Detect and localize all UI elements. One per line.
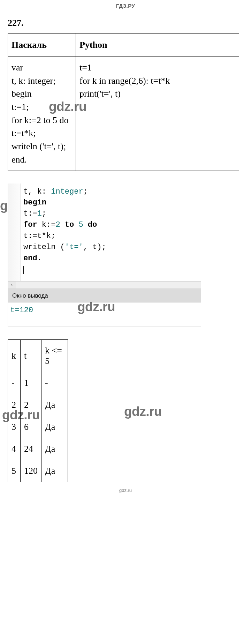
code-line: t:=t*k; bbox=[12, 127, 72, 140]
output-panel-body: t=120 bbox=[8, 302, 201, 327]
code-line: begin bbox=[12, 87, 72, 100]
table-row: 5 120 Да bbox=[8, 460, 68, 482]
table-row: 3 6 Да bbox=[8, 416, 68, 438]
code-line: print('t=', t) bbox=[79, 87, 235, 100]
text-cursor bbox=[23, 266, 24, 274]
horizontal-scrollbar[interactable]: ‹ bbox=[8, 281, 201, 289]
header-pascal: Паскаль bbox=[8, 33, 76, 57]
language-table: Паскаль Python var t, k: integer; begin … bbox=[8, 33, 239, 171]
trace-header-cond: k <= 5 bbox=[41, 340, 68, 372]
code-line: writeln ('t=', t); bbox=[12, 140, 72, 153]
output-panel-title: Окно вывода bbox=[8, 289, 201, 303]
pascal-code-cell: var t, k: integer; begin t:=1; for k:=2 … bbox=[8, 57, 76, 171]
code-line: t:=1; bbox=[12, 100, 72, 114]
content-area: 227. Паскаль Python var t, k: integer; b… bbox=[0, 18, 251, 482]
scroll-left-arrow[interactable]: ‹ bbox=[8, 282, 16, 289]
code-line: for k in range(2,6): t=t*k bbox=[79, 74, 235, 88]
trace-table: k t k <= 5 - 1 - 2 2 Да 3 6 Да 4 24 Да 5… bbox=[8, 339, 68, 482]
code-editor[interactable]: t, k: integer; begin t:=1; for k:=2 to 5… bbox=[8, 184, 201, 281]
editor-panel: t, k: integer; begin t:=1; for k:=2 to 5… bbox=[8, 184, 201, 327]
watermark: gdz.ru bbox=[124, 404, 162, 419]
code-line: for k:=2 to 5 do bbox=[12, 114, 72, 127]
code-line: t, k: integer; bbox=[12, 74, 72, 88]
exercise-number: 227. bbox=[8, 18, 243, 28]
code-line: t=1 bbox=[79, 61, 235, 74]
editor-gutter bbox=[8, 184, 21, 281]
page-header: ГДЗ.РУ bbox=[0, 0, 251, 11]
python-code-cell: t=1 for k in range(2,6): t=t*k print('t=… bbox=[76, 57, 239, 171]
page-footer: gdz.ru bbox=[0, 482, 251, 496]
trace-header-t: t bbox=[21, 340, 41, 372]
table-row: 4 24 Да bbox=[8, 438, 68, 460]
trace-header-k: k bbox=[8, 340, 21, 372]
table-row: 2 2 Да bbox=[8, 394, 68, 416]
header-python: Python bbox=[76, 33, 239, 57]
code-line: var bbox=[12, 61, 72, 74]
code-line: end. bbox=[12, 153, 72, 166]
table-row: - 1 - bbox=[8, 372, 68, 394]
